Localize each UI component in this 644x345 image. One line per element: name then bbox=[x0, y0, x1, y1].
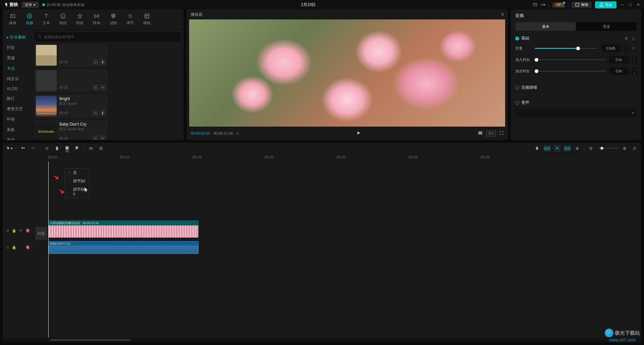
pointer-tool[interactable]: ▾ bbox=[6, 145, 13, 152]
zoom-fit-button[interactable]: ⊙ bbox=[631, 145, 638, 152]
fadeout-down[interactable]: ▾ bbox=[632, 71, 637, 75]
favorite-button[interactable]: ☆ bbox=[92, 84, 98, 90]
tab-audio[interactable]: 音频 bbox=[21, 9, 38, 29]
minimize-button[interactable]: — bbox=[620, 2, 625, 7]
basic-checkbox[interactable] bbox=[515, 37, 519, 41]
volume-down[interactable]: ▾ bbox=[624, 49, 629, 52]
zoom-out-button[interactable]: ⊖ bbox=[588, 145, 594, 152]
track-settings-icon[interactable]: ⊘ bbox=[6, 245, 9, 250]
freeze-tool[interactable] bbox=[88, 145, 94, 152]
scrollbar-thumb[interactable] bbox=[50, 339, 130, 341]
tab-text[interactable]: 文本 bbox=[38, 9, 55, 29]
fadeout-value[interactable]: 0.0s bbox=[609, 67, 629, 75]
reset-icon[interactable]: ↺ bbox=[625, 36, 629, 41]
category-item[interactable]: 抖音 bbox=[3, 43, 31, 53]
playhead[interactable] bbox=[48, 161, 49, 338]
category-item[interactable]: VLOG bbox=[3, 84, 31, 93]
preview-canvas[interactable] bbox=[189, 19, 505, 127]
zoom-slider[interactable] bbox=[598, 148, 618, 149]
tab-filter[interactable]: 滤镜 bbox=[105, 9, 122, 29]
add-button[interactable]: ＋ bbox=[100, 135, 106, 140]
tab-transition[interactable]: 转场 bbox=[88, 9, 105, 29]
review-button[interactable]: 审阅 bbox=[572, 2, 592, 8]
category-item[interactable]: 旅行 bbox=[3, 93, 31, 104]
layout-icon-1[interactable] bbox=[533, 2, 537, 7]
volume-up[interactable]: ▴ bbox=[624, 45, 629, 48]
mic-icon[interactable] bbox=[534, 145, 540, 152]
voice-checkbox[interactable] bbox=[515, 101, 519, 105]
volume-keyframe-icon[interactable]: ◇ bbox=[632, 46, 637, 51]
favorite-button[interactable]: ☆ bbox=[92, 135, 98, 140]
flag-tool[interactable] bbox=[74, 145, 80, 152]
menu-button[interactable]: 菜单 ▾ bbox=[21, 2, 39, 8]
magnet-tool-3[interactable]: ⊟⊟ bbox=[564, 145, 571, 152]
tab-speed[interactable]: 变速 bbox=[576, 22, 637, 31]
category-item[interactable]: 摩登天空 bbox=[3, 104, 31, 114]
magnet-tool-2[interactable]: ✦ bbox=[554, 145, 560, 152]
favorite-button[interactable]: ☆ bbox=[92, 59, 98, 65]
audio-item[interactable]: BCDStudioBaby Don't CryBCD Studio 9ver00… bbox=[35, 120, 108, 140]
favorite-button[interactable]: ☆ bbox=[92, 110, 98, 116]
noise-checkbox[interactable] bbox=[515, 86, 519, 90]
tab-sticker[interactable]: 贴纸 bbox=[55, 9, 71, 29]
cover-button[interactable]: 封面 bbox=[35, 227, 47, 240]
fadein-value[interactable]: 0.0s bbox=[609, 56, 629, 63]
timeline-tracks[interactable]: ✓无 踩节拍I 踩节拍II ➔ ➔ ⊟ 🔒 👁 🔇 ⊘ 🔒 🔇 封面 实景拍摄粉… bbox=[3, 161, 641, 338]
category-item[interactable]: 美食 bbox=[3, 125, 31, 135]
track-settings-icon[interactable]: ⊟ bbox=[6, 228, 9, 233]
magnet-tool-1[interactable]: ⊟⊟ bbox=[544, 145, 550, 152]
audio-item[interactable]: 00:25☆＋ bbox=[35, 69, 108, 92]
track-lock-icon[interactable]: 🔒 bbox=[12, 245, 16, 250]
category-item[interactable]: 卡点 bbox=[3, 63, 31, 74]
keyframe-icon[interactable]: ◇ bbox=[632, 36, 637, 41]
maximize-button[interactable]: ◻ bbox=[628, 2, 633, 7]
tab-effect[interactable]: 特效 bbox=[71, 9, 88, 29]
audio-clip[interactable]: Baby Don't Cry bbox=[48, 241, 199, 254]
list-icon[interactable]: ⦀⦀ bbox=[236, 131, 239, 136]
dropdown-item-none[interactable]: ✓无 bbox=[65, 168, 90, 177]
export-button[interactable]: 导出 bbox=[595, 1, 616, 8]
ratio-icon[interactable] bbox=[478, 130, 483, 136]
crop-tool[interactable] bbox=[98, 145, 104, 152]
download-button[interactable]: ⬇ bbox=[100, 110, 106, 116]
video-clip[interactable]: 实景拍摄粉色樱花花朵00:00:21:00 bbox=[48, 220, 199, 238]
beat-tool[interactable]: TAT bbox=[64, 145, 70, 152]
add-button[interactable]: ＋ bbox=[100, 84, 106, 90]
vip-badge[interactable]: VIP bbox=[552, 2, 565, 7]
track-mute-icon[interactable]: 🔇 bbox=[25, 228, 30, 233]
tab-media[interactable]: 媒体 bbox=[4, 9, 21, 29]
link-tool[interactable]: ⊕ bbox=[574, 145, 581, 152]
layout-icon-2[interactable]: ▾ bbox=[541, 2, 545, 7]
tab-basic[interactable]: 基本 bbox=[515, 22, 576, 31]
audio-item[interactable]: BrightBCD Studio00:43☆⬇ bbox=[35, 94, 108, 118]
search-input[interactable]: 搜索歌曲名称/歌手 bbox=[35, 32, 180, 42]
timeline-ruler[interactable]: |00:00|00:10|00:20|00:30|00:40|00:50|01:… bbox=[48, 154, 641, 161]
tab-adjust[interactable]: 调节 bbox=[122, 9, 139, 29]
track-lock-icon[interactable]: 🔒 bbox=[12, 228, 16, 233]
fadeout-slider[interactable] bbox=[535, 71, 606, 72]
track-mute-icon[interactable]: 🔇 bbox=[25, 245, 30, 250]
fadein-slider[interactable] bbox=[535, 59, 606, 60]
original-icon[interactable]: 原比 bbox=[486, 131, 496, 136]
volume-slider[interactable] bbox=[535, 48, 598, 49]
delete-tool[interactable] bbox=[54, 145, 60, 152]
fadein-down[interactable]: ▾ bbox=[632, 60, 637, 63]
category-item[interactable]: 浪漫 bbox=[3, 53, 31, 63]
download-button[interactable]: ⬇ bbox=[100, 59, 106, 65]
volume-value[interactable]: 0.0dB bbox=[601, 45, 621, 52]
fullscreen-icon[interactable] bbox=[499, 131, 504, 136]
audio-item[interactable]: 00:15☆⬇ bbox=[35, 44, 108, 67]
tab-template[interactable]: 模板 bbox=[139, 9, 155, 29]
fadein-up[interactable]: ▴ bbox=[632, 56, 637, 60]
fadeout-up[interactable]: ▴ bbox=[632, 68, 637, 71]
library-header[interactable]: ▸ 音乐素材 bbox=[3, 32, 31, 43]
redo-button[interactable] bbox=[30, 145, 37, 152]
track-visible-icon[interactable]: 👁 bbox=[19, 228, 23, 233]
voice-dropdown[interactable]: ▾ bbox=[515, 109, 637, 117]
category-item[interactable]: 环保 bbox=[3, 114, 31, 125]
close-button[interactable]: ✕ bbox=[636, 2, 641, 7]
dropdown-item-beat1[interactable]: 踩节拍I bbox=[65, 177, 90, 185]
category-item[interactable]: 美妆… bbox=[3, 135, 31, 140]
preview-menu-icon[interactable]: ≡ bbox=[501, 12, 504, 17]
undo-button[interactable] bbox=[20, 145, 26, 152]
